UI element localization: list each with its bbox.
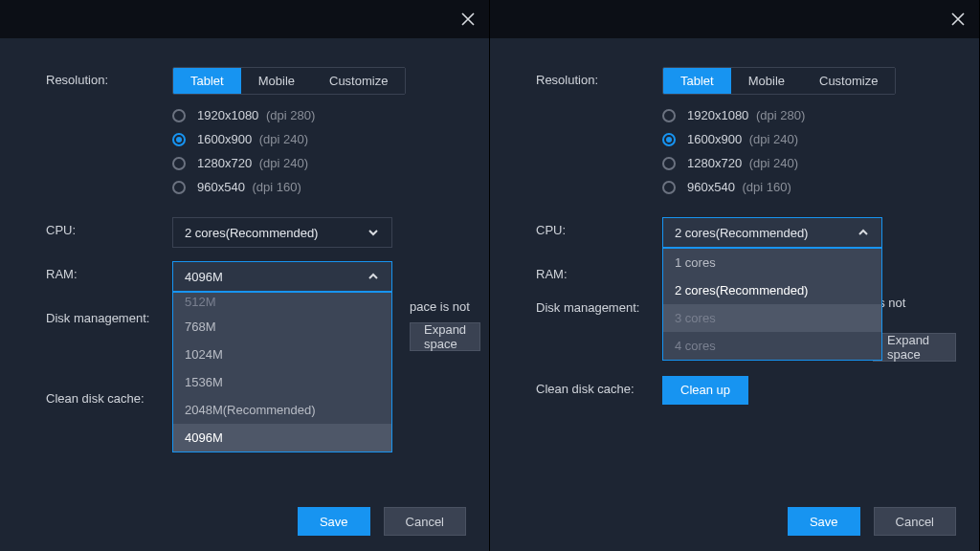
settings-panel-right: Resolution: Tablet Mobile Customize 1920… xyxy=(490,0,980,551)
resolution-label: Resolution: xyxy=(46,67,172,87)
cpu-label: CPU: xyxy=(46,217,172,237)
resolution-option[interactable]: 1600x900 (dpi 240) xyxy=(662,132,956,146)
close-icon[interactable] xyxy=(950,11,966,27)
ram-option[interactable]: 4096M xyxy=(173,424,391,452)
ram-select[interactable]: 4096M xyxy=(172,261,392,292)
expand-space-button[interactable]: Expand space xyxy=(873,333,956,362)
cpu-option[interactable]: 4 cores xyxy=(663,332,881,360)
cpu-select-value: 2 cores(Recommended) xyxy=(185,226,318,240)
resolution-option[interactable]: 1280x720 (dpi 240) xyxy=(662,156,956,170)
clean-label: Clean disk cache: xyxy=(46,386,172,406)
expand-space-button[interactable]: Expand space xyxy=(410,322,480,351)
radio-icon xyxy=(662,157,676,170)
resolution-options: 1920x1080 (dpi 280) 1600x900 (dpi 240) 1… xyxy=(662,108,956,194)
cpu-option[interactable]: 2 cores(Recommended) xyxy=(663,276,881,304)
resolution-options: 1920x1080 (dpi 280) 1600x900 (dpi 240) 1… xyxy=(172,108,466,194)
chevron-up-icon xyxy=(367,270,380,283)
ram-option[interactable]: 768M xyxy=(173,313,391,341)
cancel-button[interactable]: Cancel xyxy=(874,507,956,536)
titlebar xyxy=(0,0,489,38)
ram-label: RAM: xyxy=(46,261,172,281)
ram-label: RAM: xyxy=(536,261,662,281)
radio-icon xyxy=(662,109,676,122)
resolution-tabs: Tablet Mobile Customize xyxy=(172,67,406,95)
tab-tablet[interactable]: Tablet xyxy=(663,68,731,94)
disk-label: Disk management: xyxy=(46,305,172,325)
ram-dropdown: 512M 768M 1024M 1536M 2048M(Recommended)… xyxy=(172,292,392,452)
resolution-tabs: Tablet Mobile Customize xyxy=(662,67,896,95)
save-button[interactable]: Save xyxy=(298,507,370,536)
clean-label: Clean disk cache: xyxy=(536,376,662,396)
ram-select-value: 4096M xyxy=(185,270,223,284)
radio-icon xyxy=(172,157,186,170)
tab-customize[interactable]: Customize xyxy=(802,68,895,94)
radio-icon xyxy=(662,133,676,146)
chevron-up-icon xyxy=(857,226,870,239)
resolution-option[interactable]: 960x540 (dpi 160) xyxy=(172,180,466,194)
cpu-select-value: 2 cores(Recommended) xyxy=(675,226,808,240)
ram-option[interactable]: 1536M xyxy=(173,368,391,396)
ram-dropdown-list[interactable]: 512M 768M 1024M 1536M 2048M(Recommended)… xyxy=(173,293,391,452)
cpu-option[interactable]: 3 cores xyxy=(663,304,881,332)
disk-auto-partial: pace is not xyxy=(410,299,470,314)
resolution-option[interactable]: 960x540 (dpi 160) xyxy=(662,180,956,194)
resolution-option[interactable]: 1920x1080 (dpi 280) xyxy=(662,108,956,122)
cpu-select[interactable]: 2 cores(Recommended) xyxy=(662,217,882,248)
cpu-dropdown: 1 cores 2 cores(Recommended) 3 cores 4 c… xyxy=(662,248,882,361)
radio-icon xyxy=(172,133,186,146)
ram-option[interactable]: 1024M xyxy=(173,341,391,368)
tab-customize[interactable]: Customize xyxy=(312,68,405,94)
cpu-label: CPU: xyxy=(536,217,662,237)
cpu-select[interactable]: 2 cores(Recommended) xyxy=(172,217,392,248)
resolution-label: Resolution: xyxy=(536,67,662,87)
cpu-option[interactable]: 1 cores xyxy=(663,249,881,276)
radio-icon xyxy=(662,181,676,194)
settings-panel-left: Resolution: Tablet Mobile Customize 1920… xyxy=(0,0,490,551)
resolution-option[interactable]: 1920x1080 (dpi 280) xyxy=(172,108,466,122)
radio-icon xyxy=(172,181,186,194)
chevron-down-icon xyxy=(367,226,380,239)
save-button[interactable]: Save xyxy=(788,507,860,536)
ram-option[interactable]: 512M xyxy=(173,293,391,313)
close-icon[interactable] xyxy=(460,11,476,27)
tab-mobile[interactable]: Mobile xyxy=(241,68,312,94)
cancel-button[interactable]: Cancel xyxy=(384,507,466,536)
ram-option[interactable]: 2048M(Recommended) xyxy=(173,396,391,424)
disk-label: Disk management: xyxy=(536,295,662,315)
radio-icon xyxy=(172,109,186,122)
cleanup-button[interactable]: Clean up xyxy=(662,376,748,405)
tab-tablet[interactable]: Tablet xyxy=(173,68,241,94)
tab-mobile[interactable]: Mobile xyxy=(731,68,802,94)
resolution-option[interactable]: 1280x720 (dpi 240) xyxy=(172,156,466,170)
titlebar xyxy=(490,0,979,38)
resolution-option[interactable]: 1600x900 (dpi 240) xyxy=(172,132,466,146)
